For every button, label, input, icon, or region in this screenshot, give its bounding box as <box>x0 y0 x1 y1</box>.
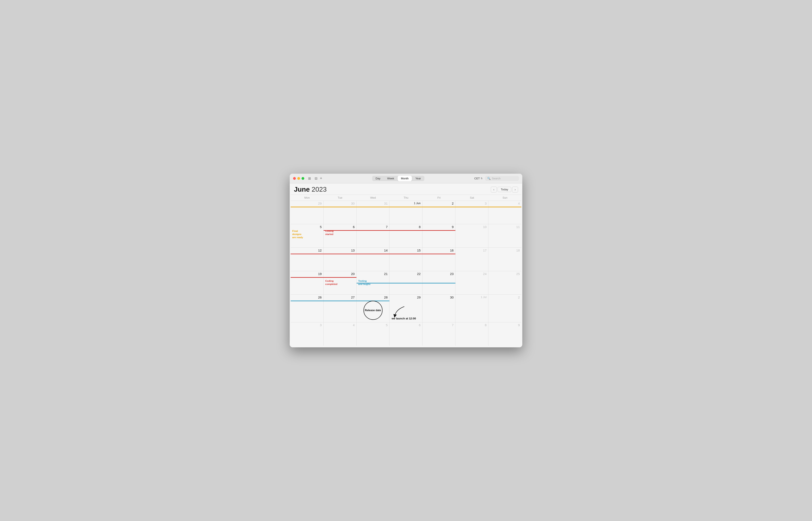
cell-jul5[interactable]: 5 <box>356 322 390 346</box>
close-button[interactable] <box>293 177 296 180</box>
day-number: 6 <box>391 323 421 327</box>
cell-jun16[interactable]: 16 <box>422 248 456 271</box>
calendar-weeks: 29 30 31 1 Jun 2 3 <box>291 201 521 346</box>
day-number: 10 <box>457 225 487 229</box>
cell-jun24[interactable]: 24 <box>456 271 488 294</box>
cell-jun5[interactable]: 5 Finaldesignsare ready <box>291 224 324 248</box>
cell-may30[interactable]: 30 <box>324 201 356 224</box>
cell-jun17[interactable]: 17 <box>456 248 488 271</box>
cell-jun27[interactable]: 27 <box>324 295 356 322</box>
day-number: 12 <box>292 249 322 252</box>
day-number: 24 <box>457 272 487 276</box>
cell-jul4[interactable]: 4 <box>324 322 356 346</box>
day-number: 23 <box>424 272 454 276</box>
day-number: 29 <box>391 295 421 299</box>
cell-may29[interactable]: 29 <box>291 201 324 224</box>
testing-bugfix-label: Testingand bugfix <box>358 279 388 286</box>
timezone-arrows-icon: ⇅ <box>481 177 483 180</box>
dow-thu: Thu <box>390 195 422 201</box>
cell-jul3[interactable]: 3 <box>291 322 324 346</box>
day-number: 11 <box>490 225 520 229</box>
day-number: 29 <box>292 202 322 205</box>
month-view-button[interactable]: Month <box>397 176 412 181</box>
red-event-bar-week4 <box>291 277 356 278</box>
red-event-bar-week2 <box>324 230 456 231</box>
cell-jun12[interactable]: 12 <box>291 248 324 271</box>
prev-month-button[interactable]: ‹ <box>491 186 497 192</box>
traffic-lights <box>293 177 304 180</box>
cell-may31[interactable]: 31 <box>356 201 390 224</box>
cell-jul8[interactable]: 8 <box>456 322 488 346</box>
cell-jul7[interactable]: 7 <box>422 322 456 346</box>
day-number: 3 <box>457 202 487 205</box>
cell-jun26[interactable]: 26 <box>291 295 324 322</box>
cell-jun4[interactable]: 4 <box>488 201 521 224</box>
week-6: 3 4 5 6 7 8 9 <box>291 322 521 346</box>
week-view-button[interactable]: Week <box>384 176 397 181</box>
day-number: 16 <box>424 249 454 252</box>
cell-jun2[interactable]: 2 <box>422 201 456 224</box>
cell-jun19[interactable]: 19 <box>291 271 324 294</box>
dow-wed: Wed <box>356 195 390 201</box>
month-name: June <box>294 185 310 193</box>
month-title: June 2023 <box>294 185 327 193</box>
dow-sat: Sat <box>456 195 488 201</box>
day-view-button[interactable]: Day <box>372 176 384 181</box>
day-number: 3 <box>292 323 322 327</box>
cell-jun28[interactable]: 28 Release date <box>356 295 390 322</box>
launch-annotation: we launch at 12:00 <box>392 305 416 320</box>
year-view-button[interactable]: Year <box>412 176 424 181</box>
inbox-icon[interactable]: ⊟ <box>315 176 318 180</box>
day-number: 30 <box>424 295 454 299</box>
day-number: 5 <box>358 323 388 327</box>
cell-jul2[interactable]: 2 <box>488 295 521 322</box>
cell-jun30[interactable]: 30 <box>422 295 456 322</box>
cell-jul9[interactable]: 9 <box>488 322 521 346</box>
week-4: 19 20 Codingcompleted 21 Testingand bugf… <box>291 271 521 295</box>
cell-jun7[interactable]: 7 <box>356 224 390 248</box>
cell-jun14[interactable]: 14 <box>356 248 390 271</box>
day-number: 4 <box>325 323 355 327</box>
dow-tue: Tue <box>324 195 356 201</box>
day-number: 15 <box>391 249 421 252</box>
cell-jun1[interactable]: 1 Jun <box>390 201 422 224</box>
cell-jun15[interactable]: 15 <box>390 248 422 271</box>
orange-event-bar-week1 <box>291 207 521 207</box>
red-event-bar-week3 <box>291 254 456 254</box>
cell-jun3[interactable]: 3 <box>456 201 488 224</box>
calendar-grid: Mon Tue Wed Thu Fri Sat Sun 29 30 31 <box>290 195 522 347</box>
maximize-button[interactable] <box>302 177 304 180</box>
week-1: 29 30 31 1 Jun 2 3 <box>291 201 521 224</box>
cell-jul1[interactable]: 1 Jul <box>456 295 488 322</box>
cell-jul6[interactable]: 6 <box>390 322 422 346</box>
calendar-grid-icon[interactable]: ⊞ <box>308 176 311 180</box>
cell-jun18[interactable]: 18 <box>488 248 521 271</box>
day-number: 8 <box>391 225 421 229</box>
cell-jun20[interactable]: 20 Codingcompleted <box>324 271 356 294</box>
day-of-week-header: Mon Tue Wed Thu Fri Sat Sun <box>291 195 521 201</box>
day-number: 9 <box>490 323 520 327</box>
week-2: 5 Finaldesignsare ready 6 Codingstarted … <box>291 224 521 248</box>
add-event-button[interactable]: + <box>320 176 322 181</box>
cell-jun9[interactable]: 9 <box>422 224 456 248</box>
today-button[interactable]: Today <box>497 187 511 192</box>
next-month-button[interactable]: › <box>512 186 518 192</box>
titlebar: ⊞ ⊟ + Day Week Month Year CET ⇅ 🔍 <box>290 174 522 183</box>
arrow-icon <box>392 305 409 318</box>
view-switcher: Day Week Month Year <box>372 176 424 181</box>
minimize-button[interactable] <box>297 177 300 180</box>
cell-jun25[interactable]: 25 <box>488 271 521 294</box>
day-number: 13 <box>325 249 355 252</box>
cell-jun10[interactable]: 10 <box>456 224 488 248</box>
cell-jun13[interactable]: 13 <box>324 248 356 271</box>
final-designs-label: Finaldesignsare ready <box>292 229 322 239</box>
week-5: 26 27 28 Release date 29 <box>291 295 521 322</box>
cell-jun11[interactable]: 11 <box>488 224 521 248</box>
timezone-selector[interactable]: CET ⇅ <box>474 177 483 180</box>
coding-completed-label: Codingcompleted <box>325 279 355 286</box>
dow-fri: Fri <box>422 195 456 201</box>
cell-jun8[interactable]: 8 <box>390 224 422 248</box>
cell-jun6[interactable]: 6 Codingstarted <box>324 224 356 248</box>
search-input[interactable] <box>492 177 517 180</box>
cell-jun29[interactable]: 29 we launch at 12:00 <box>390 295 422 322</box>
